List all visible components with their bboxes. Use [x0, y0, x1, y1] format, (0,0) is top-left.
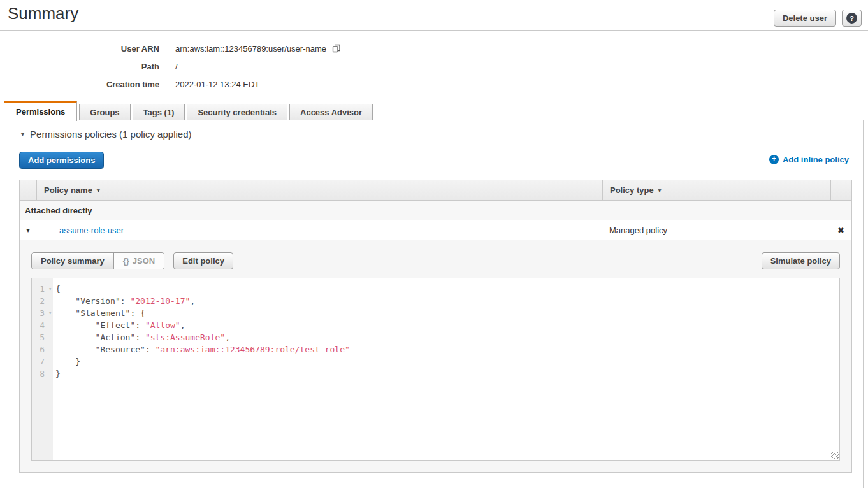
column-header-policy-type[interactable]: Policy type ▾ — [602, 180, 830, 200]
policy-name-link[interactable]: assume-role-user — [36, 226, 124, 235]
braces-icon: {} — [123, 256, 129, 266]
edit-policy-button[interactable]: Edit policy — [173, 252, 233, 269]
field-label: Creation time — [0, 80, 159, 89]
field-label: User ARN — [0, 44, 159, 54]
summary-fields: User ARN arn:aws:iam::123456789:user/use… — [0, 39, 342, 93]
path-value: / — [159, 62, 178, 71]
sort-caret-icon: ▾ — [97, 187, 100, 194]
fold-caret-icon[interactable]: ▾ — [48, 307, 52, 319]
code-line-text: } — [53, 368, 61, 380]
line-number: 7 — [32, 355, 53, 368]
help-icon: ? — [846, 13, 857, 24]
help-button[interactable]: ? — [842, 10, 862, 27]
code-lines: 1▾{2 "Version": "2012-10-17",3▾ "Stateme… — [32, 283, 839, 380]
expand-column-header — [20, 180, 36, 200]
code-line: 8} — [32, 368, 839, 380]
expand-cell: ▾ — [20, 220, 36, 240]
policy-detail-panel: Policy summary {} JSON Edit policy Simul… — [20, 240, 851, 472]
fold-caret-icon[interactable]: ▾ — [48, 283, 52, 295]
code-line-text: "Statement": { — [53, 307, 145, 319]
policies-table: Policy name ▾ Policy type ▾ Attached dir… — [19, 180, 852, 473]
code-line-text: { — [53, 283, 61, 295]
policy-type-cell: Managed policy — [602, 220, 830, 240]
creation-time-value: 2022-01-12 13:24 EDT — [159, 80, 259, 89]
tab-security-credentials[interactable]: Security credentials — [187, 104, 287, 121]
row-expand-caret-icon[interactable]: ▾ — [26, 227, 29, 234]
user-arn-value: arn:aws:iam::123456789:user/user-name — [175, 44, 326, 54]
code-line-text: "Version": "2012-10-17", — [53, 295, 195, 307]
view-toggle-group: Policy summary {} JSON — [31, 252, 164, 269]
policy-name-cell: assume-role-user — [36, 220, 602, 240]
column-header-policy-name[interactable]: Policy name ▾ — [36, 180, 602, 200]
code-line: 1▾{ — [32, 283, 839, 295]
policy-detail-toolbar: Policy summary {} JSON Edit policy Simul… — [31, 252, 840, 269]
field-value: arn:aws:iam::123456789:user/user-name — [159, 43, 342, 54]
field-row-path: Path / — [0, 57, 342, 75]
page-title: Summary — [8, 4, 78, 24]
code-line-text: "Action": "sts:AssumeRole", — [53, 331, 230, 343]
line-number: 6 — [32, 343, 53, 355]
section-divider — [19, 145, 855, 145]
code-line-text: "Effect": "Allow", — [53, 319, 185, 331]
add-inline-policy-label: Add inline policy — [783, 155, 849, 164]
field-label: Path — [0, 62, 159, 71]
line-number: 8 — [32, 368, 53, 380]
sort-caret-icon: ▾ — [658, 187, 662, 194]
line-number: 1▾ — [32, 283, 53, 295]
permissions-tab-panel: ▾ Permissions policies (1 policy applied… — [4, 120, 864, 488]
field-row-user-arn: User ARN arn:aws:iam::123456789:user/use… — [0, 39, 342, 57]
tab-access-advisor[interactable]: Access Advisor — [289, 104, 373, 121]
section-title: Permissions policies (1 policy applied) — [30, 129, 191, 140]
tab-bar: Permissions Groups Tags (1) Security cre… — [4, 101, 373, 121]
delete-user-button[interactable]: Delete user — [774, 10, 836, 27]
line-number: 3▾ — [32, 307, 53, 319]
add-inline-policy-link[interactable]: + Add inline policy — [769, 155, 849, 164]
tab-tags[interactable]: Tags (1) — [133, 104, 185, 121]
code-line: 7 } — [32, 355, 839, 368]
field-row-creation-time: Creation time 2022-01-12 13:24 EDT — [0, 75, 342, 93]
remove-cell: ✖ — [830, 220, 851, 240]
code-line: 3▾ "Statement": { — [32, 307, 839, 319]
add-permissions-button[interactable]: Add permissions — [19, 152, 104, 169]
plus-circle-icon: + — [769, 155, 779, 164]
editor-resize-grip-icon[interactable] — [831, 452, 839, 459]
json-view-label: JSON — [133, 256, 155, 266]
code-line: 6 "Resource": "arn:aws:iam::123456789:ro… — [32, 343, 839, 355]
permissions-policies-section-header[interactable]: ▾ Permissions policies (1 policy applied… — [21, 129, 191, 140]
policy-table-row: ▾ assume-role-user Managed policy ✖ — [20, 220, 851, 240]
code-line: 2 "Version": "2012-10-17", — [32, 295, 839, 307]
policy-type-header-label: Policy type — [610, 185, 654, 195]
policy-name-header-label: Policy name — [44, 185, 92, 195]
group-row-attached-directly: Attached directly — [20, 201, 851, 220]
iam-user-summary-page: Summary Delete user ? User ARN arn:aws:i… — [0, 0, 868, 488]
tab-permissions[interactable]: Permissions — [4, 101, 77, 121]
tab-groups[interactable]: Groups — [79, 104, 130, 121]
simulate-policy-button[interactable]: Simulate policy — [762, 252, 840, 269]
code-line-text: "Resource": "arn:aws:iam::123456789:role… — [53, 343, 350, 355]
code-line: 5 "Action": "sts:AssumeRole", — [32, 331, 839, 343]
header-actions: Delete user ? — [774, 10, 862, 27]
table-header-row: Policy name ▾ Policy type ▾ — [20, 180, 851, 201]
policy-summary-button[interactable]: Policy summary — [32, 253, 113, 269]
line-number: 5 — [32, 331, 53, 343]
json-view-button[interactable]: {} JSON — [113, 253, 164, 269]
code-line: 4 "Effect": "Allow", — [32, 319, 839, 331]
section-collapse-caret-icon: ▾ — [21, 131, 24, 138]
remove-policy-x-icon[interactable]: ✖ — [837, 226, 844, 235]
line-number: 2 — [32, 295, 53, 307]
copy-icon[interactable] — [331, 43, 342, 54]
code-line-text: } — [53, 355, 80, 368]
title-divider — [0, 30, 868, 31]
policy-json-editor[interactable]: 1▾{2 "Version": "2012-10-17",3▾ "Stateme… — [31, 278, 840, 461]
remove-column-header — [830, 180, 851, 200]
line-number: 4 — [32, 319, 53, 331]
